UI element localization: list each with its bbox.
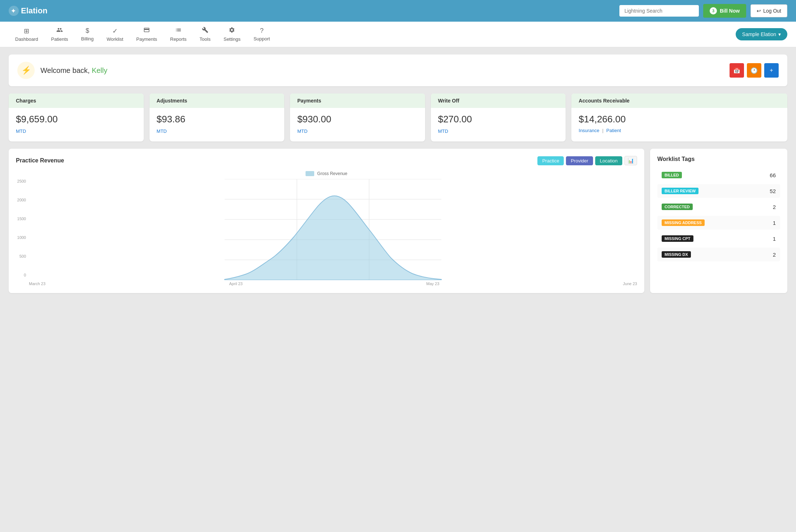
logo-text: Elation bbox=[21, 6, 47, 16]
welcome-left: ⚡ Welcome back, Kelly bbox=[17, 62, 107, 79]
nav-label-patients: Patients bbox=[51, 36, 68, 42]
worklist-item-missing-dx[interactable]: MISSING DX 2 bbox=[657, 248, 780, 261]
tag-missing-dx: MISSING DX bbox=[662, 251, 691, 258]
calendar-action-button[interactable]: 📅 bbox=[730, 63, 744, 78]
chart-title: Practice Revenue bbox=[16, 157, 64, 164]
charges-card: Charges $9,659.00 MTD bbox=[9, 93, 144, 141]
main-nav: ⊞ Dashboard Patients $ Billing ✓ Worklis… bbox=[0, 22, 796, 47]
chart-bar-icon-button[interactable]: 📊 bbox=[624, 156, 637, 165]
nav-items: ⊞ Dashboard Patients $ Billing ✓ Worklis… bbox=[9, 22, 277, 47]
payments-mtd-link[interactable]: MTD bbox=[297, 128, 307, 134]
count-billed: 66 bbox=[770, 172, 776, 178]
x-label-april: April 23 bbox=[229, 282, 242, 286]
chart-tab-provider[interactable]: Provider bbox=[566, 156, 593, 165]
writeoff-value: $270.00 bbox=[438, 114, 559, 125]
y-label-2000: 2000 bbox=[16, 198, 26, 202]
tag-billed: BILLED bbox=[662, 172, 682, 178]
welcome-prefix: Welcome back, bbox=[40, 66, 92, 74]
chart-container: 2500 2000 1500 1000 500 0 bbox=[16, 179, 637, 286]
payments-value: $930.00 bbox=[297, 114, 418, 125]
y-axis: 2500 2000 1500 1000 500 0 bbox=[16, 179, 29, 286]
sidebar-item-worklist[interactable]: ✓ Worklist bbox=[100, 22, 130, 47]
revenue-chart-svg bbox=[29, 179, 637, 280]
chart-header: Practice Revenue Practice Provider Locat… bbox=[16, 156, 637, 165]
sidebar-item-dashboard[interactable]: ⊞ Dashboard bbox=[9, 22, 45, 47]
legend-label: Gross Revenue bbox=[317, 171, 347, 176]
ar-patient-link[interactable]: Patient bbox=[606, 128, 621, 133]
search-input[interactable] bbox=[619, 5, 699, 17]
nav-label-reports: Reports bbox=[170, 36, 187, 42]
legend-swatch bbox=[306, 171, 314, 176]
stats-row: Charges $9,659.00 MTD Adjustments $93.86… bbox=[9, 93, 787, 141]
practice-name: Sample Elation bbox=[742, 31, 776, 37]
sidebar-item-support[interactable]: ? Support bbox=[247, 22, 277, 47]
chart-tab-practice[interactable]: Practice bbox=[537, 156, 564, 165]
adjustments-card: Adjustments $93.86 MTD bbox=[150, 93, 285, 141]
lightning-icon: ⚡ bbox=[17, 62, 35, 79]
payments-icon bbox=[143, 27, 150, 35]
add-action-button[interactable]: + bbox=[764, 63, 779, 78]
nav-label-billing: Billing bbox=[81, 36, 94, 42]
sidebar-item-patients[interactable]: Patients bbox=[45, 22, 75, 47]
ar-card: Accounts Receivable $14,266.00 Insurance… bbox=[571, 93, 787, 141]
x-axis: March 23 April 23 May 23 June 23 bbox=[29, 282, 637, 286]
nav-label-support: Support bbox=[254, 36, 270, 42]
practice-selector-button[interactable]: Sample Elation ▾ bbox=[736, 28, 787, 40]
tag-missing-cpt: MISSING CPT bbox=[662, 235, 693, 242]
count-missing-dx: 2 bbox=[773, 252, 776, 258]
nav-label-settings: Settings bbox=[224, 36, 241, 42]
support-icon: ? bbox=[260, 27, 264, 35]
x-label-june: June 23 bbox=[623, 282, 637, 286]
worklist-tags-card: Worklist Tags BILLED 66 BILLER REVIEW 52… bbox=[650, 149, 787, 293]
count-missing-address: 1 bbox=[773, 220, 776, 226]
ar-insurance-link[interactable]: Insurance bbox=[579, 128, 599, 133]
adjustments-header: Adjustments bbox=[150, 93, 285, 108]
ar-links: Insurance | Patient bbox=[579, 128, 780, 133]
adjustments-mtd-link[interactable]: MTD bbox=[157, 128, 167, 134]
dashboard-icon: ⊞ bbox=[24, 27, 29, 35]
y-label-2500: 2500 bbox=[16, 179, 26, 183]
worklist-tags-title: Worklist Tags bbox=[657, 156, 780, 162]
worklist-item-billed[interactable]: BILLED 66 bbox=[657, 168, 780, 182]
y-label-0: 0 bbox=[16, 273, 26, 277]
worklist-item-missing-address[interactable]: MISSING ADDRESS 1 bbox=[657, 216, 780, 230]
writeoff-mtd-link[interactable]: MTD bbox=[438, 128, 448, 134]
bill-now-button[interactable]: 3 Bill Now bbox=[703, 4, 746, 18]
worklist-icon: ✓ bbox=[112, 27, 118, 35]
chart-tab-location[interactable]: Location bbox=[595, 156, 622, 165]
nav-label-worklist: Worklist bbox=[107, 36, 123, 42]
worklist-item-corrected[interactable]: CORRECTED 2 bbox=[657, 200, 780, 214]
reports-icon bbox=[175, 27, 182, 35]
sidebar-item-tools[interactable]: Tools bbox=[193, 22, 217, 47]
adjustments-value: $93.86 bbox=[157, 114, 277, 125]
tools-icon bbox=[202, 27, 208, 35]
logout-icon: ↩ bbox=[757, 8, 761, 14]
tag-corrected: CORRECTED bbox=[662, 204, 693, 210]
bottom-row: Practice Revenue Practice Provider Locat… bbox=[9, 149, 787, 293]
bill-count-badge: 3 bbox=[710, 7, 717, 14]
worklist-item-biller-review[interactable]: BILLER REVIEW 52 bbox=[657, 184, 780, 198]
y-label-1500: 1500 bbox=[16, 217, 26, 221]
writeoff-header: Write Off bbox=[431, 93, 566, 108]
clock-action-button[interactable]: 🕐 bbox=[747, 63, 761, 78]
sidebar-item-payments[interactable]: Payments bbox=[130, 22, 164, 47]
welcome-banner: ⚡ Welcome back, Kelly 📅 🕐 + bbox=[9, 54, 787, 86]
charges-mtd-link[interactable]: MTD bbox=[16, 128, 26, 134]
charges-header: Charges bbox=[9, 93, 144, 108]
y-label-1000: 1000 bbox=[16, 235, 26, 240]
tag-missing-address: MISSING ADDRESS bbox=[662, 219, 705, 226]
logout-button[interactable]: ↩ Log Out bbox=[750, 4, 787, 17]
charges-value: $9,659.00 bbox=[16, 114, 137, 125]
billing-icon: $ bbox=[86, 27, 89, 35]
welcome-name: Kelly bbox=[92, 66, 107, 74]
chart-legend: Gross Revenue bbox=[16, 171, 637, 176]
welcome-text: Welcome back, Kelly bbox=[40, 66, 107, 75]
y-label-500: 500 bbox=[16, 254, 26, 258]
worklist-item-missing-cpt[interactable]: MISSING CPT 1 bbox=[657, 232, 780, 245]
main-content: ⚡ Welcome back, Kelly 📅 🕐 + Charges $9,6… bbox=[0, 47, 796, 300]
sidebar-item-billing[interactable]: $ Billing bbox=[75, 22, 100, 47]
sidebar-item-settings[interactable]: Settings bbox=[217, 22, 247, 47]
x-label-march: March 23 bbox=[29, 282, 46, 286]
payments-header: Payments bbox=[290, 93, 425, 108]
sidebar-item-reports[interactable]: Reports bbox=[164, 22, 193, 47]
